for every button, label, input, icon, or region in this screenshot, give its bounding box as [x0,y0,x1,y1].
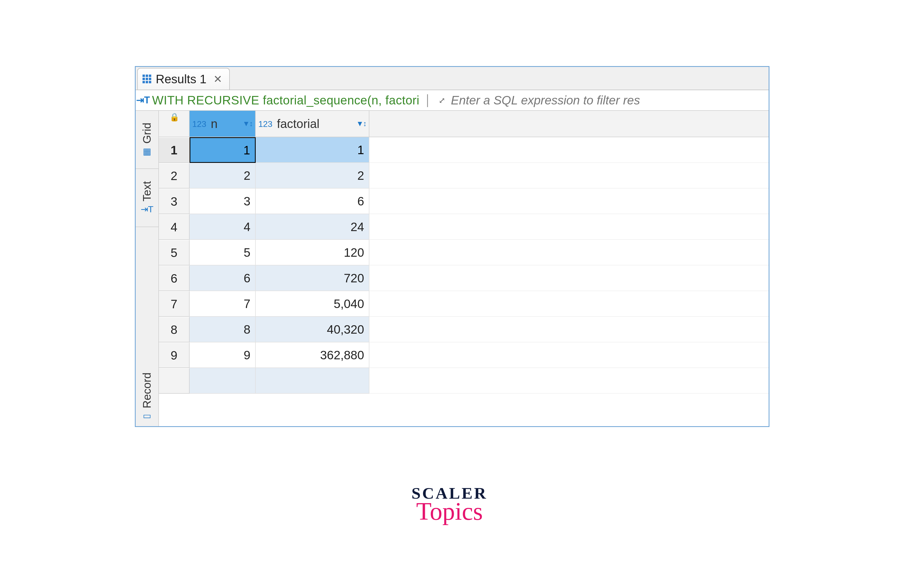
column-factorial-label: factorial [277,117,320,131]
results-panel: Results 1 ✕ ⇥T WITH RECURSIVE factorial_… [135,66,769,427]
view-mode-tabs: Grid ▦ Text ⇥T Record ▭ [136,111,159,426]
row-number[interactable]: 2 [159,163,190,188]
view-tab-text-label: Text [141,181,153,201]
cell-n [190,368,256,394]
results-tab-label: Results 1 [156,72,207,86]
cell-n[interactable]: 2 [190,163,256,188]
query-bar: ⇥T WITH RECURSIVE factorial_sequence(n, … [136,90,769,111]
view-tab-grid-label: Grid [141,123,153,144]
column-n-label: n [211,117,218,131]
cell-n[interactable]: 6 [190,265,256,291]
lock-icon: 🔒 [170,113,179,122]
view-tab-record-label: Record [141,372,153,408]
cell-factorial[interactable]: 1 [256,137,369,163]
cell-n[interactable]: 8 [190,317,256,343]
grid-icon [142,74,151,83]
cell-factorial[interactable]: 2 [256,163,369,188]
table-row[interactable]: 222 [159,163,769,188]
empty-cell [369,265,769,291]
cell-factorial[interactable]: 362,880 [256,343,369,368]
cell-factorial[interactable]: 120 [256,240,369,265]
filter-sort-icon[interactable]: ▼↕ [243,119,252,128]
watermark-line2: Topics [411,497,488,526]
row-number[interactable]: 5 [159,240,190,265]
grid-small-icon: ▦ [143,146,151,156]
close-icon[interactable]: ✕ [213,73,222,85]
empty-cell [369,163,769,188]
table-row[interactable]: 8840,320 [159,317,769,343]
results-tab[interactable]: Results 1 ✕ [137,68,230,90]
empty-cell [369,214,769,240]
sql-text-icon: ⇥T [138,95,148,105]
cell-factorial[interactable]: 6 [256,188,369,214]
view-tab-text[interactable]: Text ⇥T [136,169,158,227]
row-number[interactable]: 4 [159,214,190,240]
filter-sort-icon[interactable]: ▼↕ [356,119,366,128]
type-numeric-icon: 123 [192,119,206,129]
table-row[interactable]: 66720 [159,265,769,291]
table-row-empty [159,368,769,394]
row-number[interactable]: 6 [159,265,190,291]
cell-n[interactable]: 5 [190,240,256,265]
cell-n[interactable]: 3 [190,188,256,214]
table-row[interactable]: 4424 [159,214,769,240]
rownum-header[interactable]: 🔒 [159,111,190,137]
table-row[interactable]: 336 [159,188,769,214]
row-number[interactable]: 8 [159,317,190,343]
empty-cell [369,137,769,163]
table-row[interactable]: 775,040 [159,291,769,317]
cell-n[interactable]: 4 [190,214,256,240]
view-tab-record[interactable]: Record ▭ [136,227,158,426]
data-grid: 🔒 123 n ▼↕ 123 factorial [159,111,769,426]
table-row[interactable]: 55120 [159,240,769,265]
type-numeric-icon: 123 [258,119,272,129]
table-row[interactable]: 99362,880 [159,343,769,368]
scaler-watermark: SCALER Topics [411,484,488,526]
cell-factorial[interactable]: 40,320 [256,317,369,343]
text-small-icon: ⇥T [141,204,154,215]
results-tabbar: Results 1 ✕ [136,67,769,90]
filter-input[interactable]: Enter a SQL expression to filter res [451,93,640,107]
divider-icon: │ [425,94,431,106]
empty-cell [369,188,769,214]
cell-n[interactable]: 1 [190,137,256,163]
row-number[interactable]: 9 [159,343,190,368]
cell-n[interactable]: 7 [190,291,256,317]
view-tab-grid[interactable]: Grid ▦ [136,111,158,169]
expand-icon[interactable]: ⤢ [437,95,447,105]
empty-cell [369,240,769,265]
empty-cell [369,368,769,394]
column-header-row: 🔒 123 n ▼↕ 123 factorial [159,111,769,137]
empty-cell [369,317,769,343]
row-number [159,368,190,394]
table-row[interactable]: 111 [159,137,769,163]
column-header-factorial[interactable]: 123 factorial ▼↕ [256,111,369,137]
column-header-n[interactable]: 123 n ▼↕ [190,111,256,137]
empty-cell [369,291,769,317]
cell-factorial [256,368,369,394]
empty-cell [369,343,769,368]
cell-factorial[interactable]: 720 [256,265,369,291]
cell-factorial[interactable]: 24 [256,214,369,240]
row-number[interactable]: 7 [159,291,190,317]
sql-preview[interactable]: WITH RECURSIVE factorial_sequence(n, fac… [152,93,419,107]
row-number[interactable]: 1 [159,137,190,163]
record-small-icon: ▭ [143,411,151,421]
data-rows: 11122233644245512066720775,0408840,32099… [159,137,769,426]
cell-n[interactable]: 9 [190,343,256,368]
row-number[interactable]: 3 [159,188,190,214]
cell-factorial[interactable]: 5,040 [256,291,369,317]
